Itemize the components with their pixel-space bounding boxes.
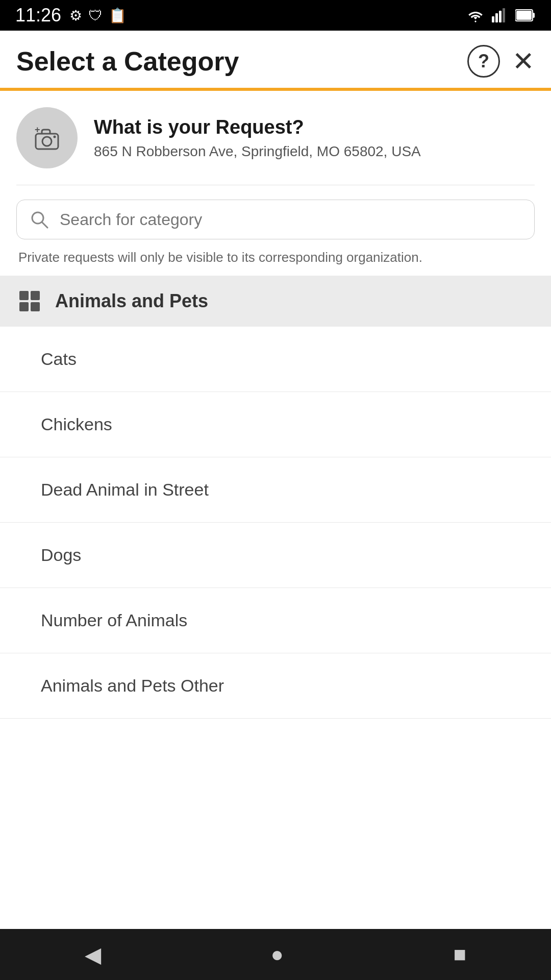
svg-point-10 [54,136,56,138]
request-address: 865 N Robberson Ave, Springfield, MO 658… [94,143,421,160]
svg-rect-13 [19,291,29,300]
svg-rect-14 [31,291,40,300]
svg-rect-5 [533,13,535,18]
help-button[interactable]: ? [467,45,500,78]
request-title: What is your Request? [94,116,421,138]
svg-point-9 [42,137,52,146]
wifi-icon [466,8,485,22]
search-box [16,200,535,239]
nav-back-button[interactable]: ◀ [77,934,109,975]
category-item-animals-other[interactable]: Animals and Pets Other [0,653,551,719]
category-item-dogs[interactable]: Dogs [0,523,551,588]
recent-icon: ■ [453,942,466,967]
add-photo-button[interactable]: + [16,107,78,168]
close-icon: ✕ [512,48,535,75]
help-icon: ? [467,45,500,78]
search-input[interactable] [60,210,522,229]
page-title: Select a Category [16,46,239,77]
search-section: Private requests will only be visible to… [0,185,551,276]
settings-icon: ⚙ [69,7,82,24]
building-icon [16,288,43,314]
status-bar: 11:26 ⚙ 🛡 📋 [0,0,551,31]
search-icon [29,209,49,230]
camera-icon: + [32,122,62,153]
svg-rect-6 [516,11,532,20]
category-item-dead-animal[interactable]: Dead Animal in Street [0,457,551,523]
clipboard-icon: 📋 [109,7,127,24]
status-time: 11:26 [15,5,61,26]
svg-rect-2 [499,11,502,22]
svg-rect-3 [503,8,505,22]
privacy-note: Private requests will only be visible to… [16,248,535,267]
nav-home-button[interactable]: ● [263,934,292,975]
request-info-section: + What is your Request? 865 N Robberson … [0,91,551,185]
request-details: What is your Request? 865 N Robberson Av… [94,116,421,160]
svg-rect-16 [31,302,40,311]
category-group-label: Animals and Pets [55,290,208,312]
back-icon: ◀ [85,942,101,967]
category-item-chickens[interactable]: Chickens [0,392,551,457]
home-icon: ● [271,942,284,967]
battery-icon [515,9,536,22]
category-item-number-of-animals[interactable]: Number of Animals [0,588,551,653]
svg-rect-15 [19,302,29,311]
svg-rect-1 [495,13,498,22]
close-button[interactable]: ✕ [512,48,535,75]
svg-rect-0 [492,16,494,22]
svg-line-12 [42,222,47,228]
header: Select a Category ? ✕ [0,31,551,88]
shield-icon: 🛡 [88,7,103,24]
signal-icon [492,8,508,22]
bottom-nav: ◀ ● ■ [0,929,551,980]
category-item-cats[interactable]: Cats [0,327,551,392]
category-list: Animals and Pets Cats Chickens Dead Anim… [0,276,551,929]
category-group-header-animals-pets: Animals and Pets [0,276,551,327]
nav-recent-button[interactable]: ■ [445,934,474,975]
